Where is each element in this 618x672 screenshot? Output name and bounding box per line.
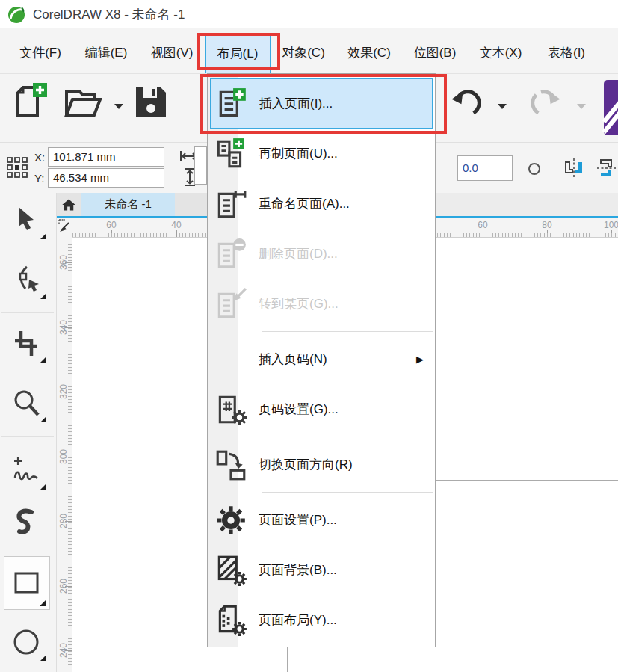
page-edge-top bbox=[436, 480, 618, 481]
menu-item-page-layout[interactable]: 页面布局(Y)... bbox=[210, 595, 433, 645]
zoom-tool[interactable] bbox=[4, 382, 50, 425]
switch-orientation-icon bbox=[212, 446, 250, 484]
menu-object[interactable]: 对象(C) bbox=[271, 34, 336, 73]
menu-file[interactable]: 文件(F) bbox=[7, 34, 73, 73]
coreldraw-logo-icon bbox=[7, 4, 26, 24]
x-position-field[interactable]: 101.871 mm bbox=[48, 147, 164, 167]
menu-item-duplicate-page[interactable]: 再制页面(U)... bbox=[210, 129, 433, 179]
delete-page-icon bbox=[212, 235, 250, 273]
menu-item-insert-page-number[interactable]: 插入页码(N) ▶ bbox=[210, 334, 433, 384]
menu-view[interactable]: 视图(V) bbox=[139, 34, 205, 73]
object-position-icon bbox=[6, 156, 28, 179]
menu-item-switch-page-orientation[interactable]: 切换页面方向(R) bbox=[210, 440, 433, 490]
menu-separator bbox=[262, 492, 433, 493]
title-bar: CorelDRAW X8 - 未命名 -1 bbox=[0, 0, 618, 28]
menu-item-rename-page[interactable]: 重命名页面(A)... bbox=[210, 179, 433, 229]
menu-item-delete-page[interactable]: 删除页面(D)... bbox=[210, 229, 433, 279]
save-icon[interactable] bbox=[132, 83, 170, 122]
mirror-horizontal-icon[interactable] bbox=[562, 156, 586, 180]
circle-icon bbox=[528, 162, 541, 176]
menu-table[interactable]: 表格(I) bbox=[534, 34, 599, 73]
toolbar-separator bbox=[593, 84, 593, 131]
new-document-icon[interactable] bbox=[10, 81, 52, 123]
page-setup-icon bbox=[212, 502, 250, 539]
submenu-arrow-icon: ▶ bbox=[416, 354, 424, 365]
page-number-settings-icon bbox=[212, 391, 250, 428]
menu-item-page-number-settings[interactable]: 页码设置(G)... bbox=[210, 384, 433, 434]
toolbox bbox=[0, 193, 57, 672]
home-icon bbox=[61, 197, 76, 212]
width-field-partial[interactable] bbox=[194, 146, 207, 185]
menu-text[interactable]: 文本(X) bbox=[468, 34, 534, 73]
redo-icon[interactable] bbox=[523, 81, 565, 123]
toolbox-separator bbox=[1, 312, 54, 313]
x-label: X: bbox=[34, 151, 45, 164]
coreldraw-window: CorelDRAW X8 - 未命名 -1 文件(F) 编辑(E) 视图(V) … bbox=[0, 0, 618, 672]
redo-dropdown-icon[interactable] bbox=[577, 104, 586, 114]
menu-bar: 文件(F) 编辑(E) 视图(V) 布局(L) 对象(C) 效果(C) 位图(B… bbox=[0, 28, 618, 73]
page-background-icon bbox=[212, 552, 250, 589]
angle-field[interactable]: 0.0 bbox=[457, 155, 513, 181]
undo-icon[interactable] bbox=[447, 81, 489, 123]
tab-untitled-1[interactable]: 未命名 -1 bbox=[81, 193, 175, 216]
menu-bitmaps[interactable]: 位图(B) bbox=[402, 34, 468, 73]
crop-tool[interactable] bbox=[4, 322, 50, 366]
mirror-vertical-icon[interactable] bbox=[595, 156, 618, 180]
ruler-origin[interactable] bbox=[57, 218, 72, 238]
toolbox-separator bbox=[1, 436, 54, 437]
menu-separator bbox=[262, 437, 433, 437]
undo-dropdown-icon[interactable] bbox=[498, 104, 507, 114]
ellipse-tool[interactable] bbox=[4, 620, 50, 664]
artistic-media-tool[interactable] bbox=[4, 502, 50, 545]
welcome-tab[interactable] bbox=[57, 193, 81, 216]
goto-page-icon bbox=[212, 286, 250, 323]
import-tool-icon[interactable] bbox=[602, 78, 618, 137]
vertical-ruler[interactable]: 360 340 320 300 280 260 240 bbox=[57, 238, 72, 672]
open-folder-icon[interactable] bbox=[61, 83, 106, 125]
duplicate-page-icon bbox=[212, 135, 250, 173]
menu-item-page-setup[interactable]: 页面设置(P)... bbox=[210, 495, 433, 545]
annotation-rect-layout-menu bbox=[197, 33, 280, 70]
annotation-rect-insert-page bbox=[200, 74, 447, 134]
blank-icon bbox=[212, 341, 250, 378]
rename-page-icon bbox=[212, 185, 250, 223]
page-edge-left bbox=[287, 647, 288, 672]
shape-tool[interactable] bbox=[4, 259, 50, 302]
open-dropdown-icon[interactable] bbox=[114, 104, 123, 114]
menu-effects[interactable]: 效果(C) bbox=[336, 34, 402, 73]
y-position-field[interactable]: 46.534 mm bbox=[48, 168, 164, 188]
menu-item-page-background[interactable]: 页面背景(B)... bbox=[210, 545, 433, 595]
layout-menu-popup: 插入页面(I)... 再制页面(U)... bbox=[207, 73, 436, 647]
pick-tool[interactable] bbox=[4, 199, 50, 242]
menu-item-goto-page[interactable]: 转到某页(G)... bbox=[210, 279, 433, 329]
window-title: CorelDRAW X8 - 未命名 -1 bbox=[33, 6, 185, 23]
page-layout-icon bbox=[212, 602, 250, 639]
menu-edit[interactable]: 编辑(E) bbox=[73, 34, 139, 73]
y-label: Y: bbox=[34, 172, 44, 185]
menu-separator bbox=[262, 331, 433, 332]
freehand-tool[interactable] bbox=[4, 449, 50, 493]
rectangle-tool[interactable] bbox=[4, 556, 50, 610]
